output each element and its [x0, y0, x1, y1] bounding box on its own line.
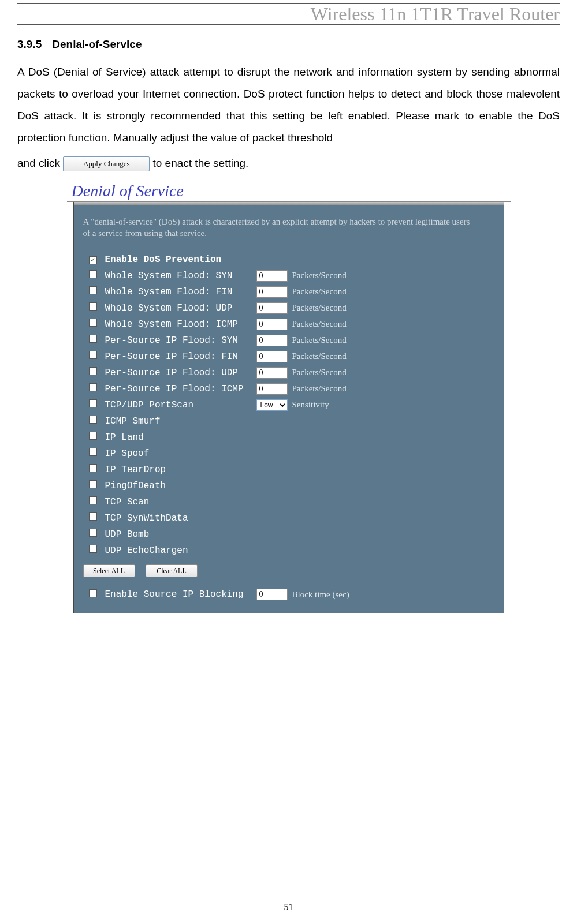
- dos-option-label: IP Spoof: [105, 448, 256, 459]
- enable-dos-row: ✓ Enable DoS Prevention: [81, 252, 497, 268]
- apply-changes-button[interactable]: Apply Changes: [63, 156, 150, 171]
- dos-option-label: ICMP Smurf: [105, 416, 256, 427]
- dos-option-label: TCP/UDP PortScan: [105, 400, 256, 410]
- dos-option-label: Per-Source IP Flood: UDP: [105, 368, 256, 378]
- panel-title: Denial of Service: [67, 181, 511, 202]
- dos-option-input[interactable]: [256, 351, 288, 362]
- dos-option-label: Per-Source IP Flood: ICMP: [105, 384, 256, 394]
- enable-dos-label: Enable DoS Prevention: [105, 255, 256, 265]
- dos-option-input[interactable]: [256, 302, 288, 314]
- section-body-2b: to enact the setting.: [152, 157, 248, 169]
- dos-option-checkbox[interactable]: [89, 464, 97, 472]
- dos-option-row: Whole System Flood: FINPackets/Second: [81, 284, 497, 300]
- source-ip-blocking-checkbox[interactable]: [89, 589, 97, 597]
- dos-option-label: TCP Scan: [105, 497, 256, 507]
- dos-option-unit: Packets/Second: [292, 303, 347, 313]
- dos-option-label: TCP SynWithData: [105, 513, 256, 523]
- dos-option-checkbox[interactable]: [89, 512, 97, 521]
- section-number: 3.9.5: [17, 38, 42, 51]
- dos-option-unit: Packets/Second: [292, 287, 347, 297]
- dos-option-row: TCP Scan: [81, 494, 497, 510]
- dos-option-input[interactable]: [256, 367, 288, 379]
- dos-option-label: Whole System Flood: FIN: [105, 287, 256, 297]
- dos-option-unit: Packets/Second: [292, 351, 347, 361]
- dos-option-row: Per-Source IP Flood: ICMPPackets/Second: [81, 381, 497, 397]
- dos-option-checkbox[interactable]: [89, 432, 97, 440]
- source-ip-blocking-row: Enable Source IP Blocking Block time (se…: [81, 582, 497, 604]
- dos-option-checkbox[interactable]: [89, 448, 97, 456]
- dos-option-row: Per-Source IP Flood: SYNPackets/Second: [81, 332, 497, 349]
- dos-option-select[interactable]: Low: [256, 399, 288, 411]
- dos-option-unit: Packets/Second: [292, 384, 347, 394]
- dos-option-unit: Packets/Second: [292, 319, 347, 329]
- source-ip-blocking-input[interactable]: [256, 589, 288, 600]
- dos-option-checkbox[interactable]: [89, 302, 97, 311]
- dos-option-checkbox[interactable]: [89, 335, 97, 343]
- select-all-button[interactable]: Select ALL: [83, 564, 135, 577]
- dos-option-label: IP Land: [105, 432, 256, 443]
- dos-option-checkbox[interactable]: [89, 529, 97, 537]
- dos-option-row: PingOfDeath: [81, 478, 497, 494]
- section-title: Denial-of-Service: [52, 38, 142, 50]
- dos-option-row: Per-Source IP Flood: UDPPackets/Second: [81, 365, 497, 381]
- dos-option-checkbox[interactable]: [89, 496, 97, 504]
- page-number: 51: [0, 902, 577, 912]
- button-bar: Select ALL Clear ALL: [81, 559, 497, 582]
- dos-option-unit: Packets/Second: [292, 368, 347, 377]
- dos-option-checkbox[interactable]: [89, 351, 97, 359]
- source-ip-blocking-unit: Block time (sec): [292, 590, 349, 600]
- dos-option-checkbox[interactable]: [89, 367, 97, 375]
- dos-option-row: ICMP Smurf: [81, 413, 497, 429]
- dos-option-checkbox[interactable]: [89, 270, 97, 278]
- dos-option-checkbox[interactable]: [89, 545, 97, 553]
- section-body-2: and click Apply Changes to enact the set…: [17, 152, 560, 174]
- dos-option-checkbox[interactable]: [89, 416, 97, 424]
- section-body-1: A DoS (Denial of Service) attack attempt…: [17, 61, 560, 149]
- dos-option-input[interactable]: [256, 286, 288, 298]
- dos-option-label: Whole System Flood: ICMP: [105, 319, 256, 330]
- dos-option-label: Per-Source IP Flood: SYN: [105, 335, 256, 346]
- source-ip-blocking-label: Enable Source IP Blocking: [105, 589, 256, 600]
- dos-option-label: PingOfDeath: [105, 481, 256, 491]
- dos-option-row: TCP/UDP PortScanLowSensitivity: [81, 397, 497, 413]
- enable-dos-checkbox[interactable]: ✓: [89, 256, 97, 264]
- dos-option-checkbox[interactable]: [89, 319, 97, 327]
- dos-option-row: Whole System Flood: SYNPackets/Second: [81, 268, 497, 284]
- dos-option-row: Whole System Flood: UDPPackets/Second: [81, 300, 497, 316]
- dos-option-label: IP TearDrop: [105, 465, 256, 475]
- page-header-title: Wireless 11n 1T1R Travel Router: [17, 4, 560, 24]
- dos-option-checkbox[interactable]: [89, 383, 97, 391]
- dos-option-row: Per-Source IP Flood: FINPackets/Second: [81, 349, 497, 365]
- dos-option-row: IP Spoof: [81, 446, 497, 462]
- dos-option-input[interactable]: [256, 383, 288, 395]
- panel-description: A "denial-of-service" (DoS) attack is ch…: [81, 210, 497, 248]
- clear-all-button[interactable]: Clear ALL: [146, 564, 198, 577]
- dos-option-row: IP TearDrop: [81, 462, 497, 478]
- dos-option-checkbox[interactable]: [89, 399, 97, 407]
- dos-option-label: Whole System Flood: SYN: [105, 271, 256, 281]
- dos-option-unit: Packets/Second: [292, 271, 347, 280]
- dos-option-unit: Sensitivity: [292, 400, 329, 410]
- dos-option-label: UDP EchoChargen: [105, 545, 256, 556]
- dos-option-row: UDP Bomb: [81, 526, 497, 543]
- dos-option-label: Per-Source IP Flood: FIN: [105, 351, 256, 362]
- dos-option-unit: Packets/Second: [292, 335, 347, 345]
- dos-config-panel: Denial of Service A "denial-of-service" …: [73, 185, 504, 613]
- dos-option-input[interactable]: [256, 319, 288, 330]
- dos-option-row: TCP SynWithData: [81, 510, 497, 526]
- dos-option-row: Whole System Flood: ICMPPackets/Second: [81, 316, 497, 332]
- dos-option-row: IP Land: [81, 429, 497, 446]
- dos-option-label: UDP Bomb: [105, 529, 256, 540]
- dos-option-checkbox[interactable]: [89, 286, 97, 294]
- dos-option-label: Whole System Flood: UDP: [105, 303, 256, 313]
- section-heading: 3.9.5Denial-of-Service: [17, 38, 560, 51]
- section-body-2a: and click: [17, 157, 60, 169]
- dos-option-input[interactable]: [256, 335, 288, 346]
- dos-option-input[interactable]: [256, 270, 288, 282]
- dos-option-checkbox[interactable]: [89, 480, 97, 488]
- dos-option-row: UDP EchoChargen: [81, 543, 497, 559]
